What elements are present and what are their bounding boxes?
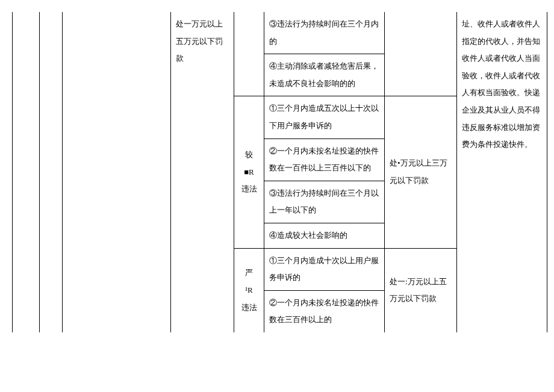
cell-g3-penalty: 处一:万元以上五万元以下罚款: [385, 248, 457, 332]
cell-g2-item2: ②一个月内未按名址投递的快件数在一百件以上三百件以下的: [264, 138, 385, 181]
cell-g1-item4: ④主动消除或者减轻危害后果，未造成不良社会影响的的: [264, 54, 385, 96]
cell-empty-b: [40, 12, 63, 332]
cell-right-text: 址、收件人或者收件人指定的代收人，并告知收件人或者代收人当面验收，收件人或者代收…: [457, 12, 547, 332]
document-table: 处一万元以上五万元以下罚款 ③违法行为持续时间在三个月内的 址、收件人或者收件人…: [12, 12, 542, 332]
cell-g1-item3: ③违法行为持续时间在三个月内的: [264, 12, 385, 54]
cell-empty-a: [13, 12, 40, 332]
cell-g2-item1: ①三个月内造成五次以上十次以下用户服务申诉的: [264, 96, 385, 138]
cell-g2-penalty: 处•万元以上三万元以下罚款: [385, 96, 457, 248]
cell-empty-c: [63, 12, 171, 332]
cell-g3-item2: ②一个月内未按名址投递的快件数在三百件以上的: [264, 290, 385, 332]
cell-g2-item3: ③违法行为持续时间在三个月以上一年以下的: [264, 181, 385, 223]
cell-g3-item1: ①三个月内造成十次以上用户服务申诉的: [264, 248, 385, 290]
cell-group2-label: 较 ■R 违法: [234, 96, 264, 248]
cell-g2-item4: ④造成较大社会影响的: [264, 223, 385, 248]
cell-group1-label: [234, 12, 264, 96]
cell-g1-penalty: [385, 12, 457, 96]
cell-penalty-main: 处一万元以上五万元以下罚款: [171, 12, 234, 332]
cell-group3-label: 严 ¹R 违法: [234, 248, 264, 332]
